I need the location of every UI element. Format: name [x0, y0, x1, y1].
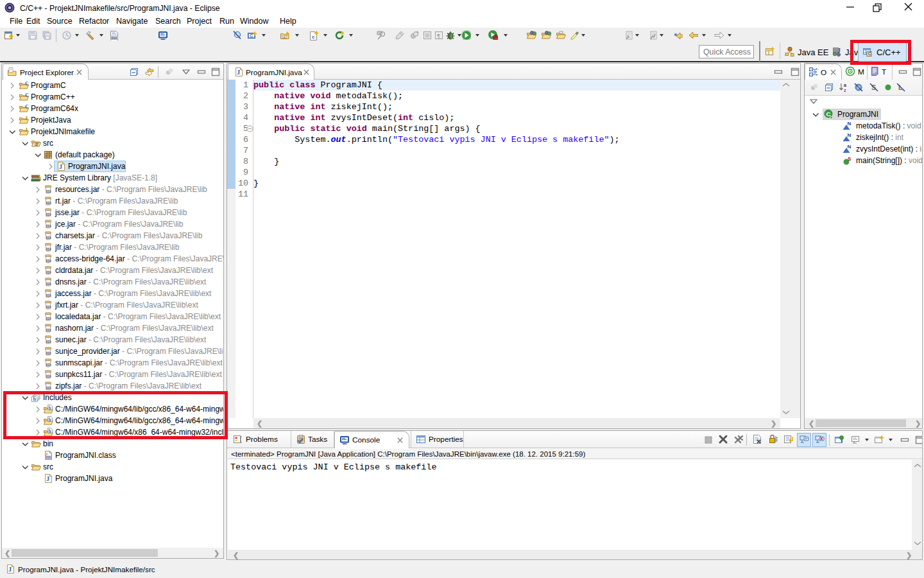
svg-text:J: J	[25, 127, 28, 133]
svg-text:C: C	[25, 81, 29, 87]
svg-text:C: C	[826, 110, 831, 118]
svg-text:c: c	[312, 34, 315, 40]
svg-text:N: N	[848, 121, 851, 127]
svg-text:C: C	[250, 33, 253, 38]
svg-text:S: S	[848, 156, 851, 162]
svg-text:010: 010	[111, 36, 117, 40]
svg-text:a: a	[844, 83, 846, 87]
svg-text:C: C	[25, 92, 29, 98]
svg-text:z: z	[844, 88, 846, 92]
svg-text:N: N	[848, 132, 851, 138]
svg-text:J: J	[25, 116, 28, 121]
svg-text:C: C	[25, 104, 29, 110]
svg-text:¶: ¶	[437, 33, 440, 39]
svg-text:N: N	[848, 144, 851, 150]
